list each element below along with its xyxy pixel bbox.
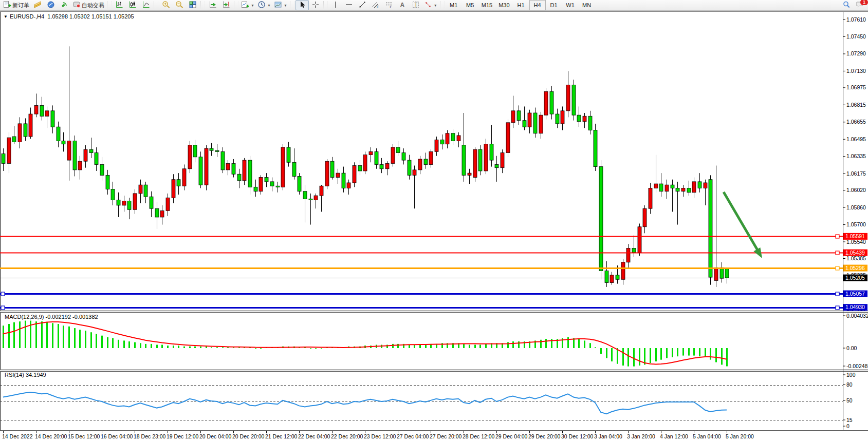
time-tick-label: 15 Dec 12:00: [68, 433, 100, 439]
text-button[interactable]: A: [396, 0, 409, 10]
time-tick-label: 14 Dec 20:00: [35, 433, 67, 439]
dropdown-arrow-icon[interactable]: ▼: [434, 4, 437, 7]
candle-body: [605, 271, 608, 283]
timeframe-mn[interactable]: MN: [579, 0, 595, 10]
toolbar-separator: [323, 2, 328, 9]
chart-shift-icon: [222, 1, 230, 10]
autotrading-button[interactable]: 自动交易: [71, 0, 106, 10]
chart-shift-button[interactable]: [219, 0, 233, 10]
price-tick-label: 1.06655: [846, 119, 866, 125]
candle-body: [539, 115, 543, 133]
timeframe-h4[interactable]: H4: [529, 0, 546, 10]
candle-body: [182, 169, 186, 186]
candle-body: [84, 149, 87, 161]
tile-windows-button[interactable]: [186, 0, 199, 10]
hline-handle[interactable]: [836, 306, 839, 310]
candle-body: [626, 248, 630, 262]
candle-body: [665, 185, 669, 191]
line-chart-icon: [142, 1, 150, 10]
time-tick-label: 22 Dec 04:00: [298, 433, 330, 439]
timeframe-h1[interactable]: H1: [513, 0, 529, 10]
time-tick-label: 29 Dec 04:00: [495, 433, 528, 439]
trendline-button[interactable]: [356, 0, 369, 10]
equidistant-channel-icon: E: [372, 1, 380, 10]
candle-body: [511, 111, 515, 123]
bar-chart-button[interactable]: [113, 0, 126, 10]
arrows-button[interactable]: ▼: [422, 0, 439, 10]
periods-button[interactable]: ▼: [256, 0, 272, 10]
one-click-trading-collapse-icon[interactable]: ▼: [4, 14, 8, 19]
dropdown-arrow-icon[interactable]: ▼: [267, 4, 271, 7]
candle-body: [303, 191, 307, 199]
zoom-out-button[interactable]: [173, 0, 186, 10]
text-label-button[interactable]: T: [409, 0, 422, 10]
candle-body: [309, 199, 312, 200]
hline-handle[interactable]: [836, 266, 839, 270]
time-tick-label: 19 Dec 12:00: [167, 433, 199, 439]
templates-button[interactable]: ▼: [272, 0, 289, 10]
timeframe-m1[interactable]: M1: [446, 0, 462, 10]
timeframe-m15[interactable]: M15: [478, 0, 495, 10]
auto-scroll-button[interactable]: [206, 0, 219, 10]
candlestick-chart-button[interactable]: [126, 0, 139, 10]
candle-body: [440, 140, 444, 144]
toolbar-separator: [154, 2, 158, 9]
timeframe-m5[interactable]: M5: [462, 0, 478, 10]
candle-body: [166, 198, 170, 210]
dropdown-arrow-icon[interactable]: ▼: [284, 4, 287, 7]
toolbar-separator: [440, 2, 445, 9]
candle-body: [501, 152, 504, 167]
fibonacci-button[interactable]: F: [382, 0, 396, 10]
zoom-in-button[interactable]: [159, 0, 173, 10]
price-line-label: 1.05057: [845, 291, 865, 297]
time-tick-label: 14 Dec 2022: [2, 433, 33, 439]
price-tick-label: 1.07450: [846, 33, 866, 40]
timeframe-d1[interactable]: D1: [546, 0, 562, 10]
chart-canvas[interactable]: 1.076101.074501.072901.071301.069751.068…: [0, 11, 868, 441]
signals-button[interactable]: [58, 0, 71, 10]
candle-body: [342, 173, 345, 188]
equidistant-channel-button[interactable]: E: [369, 0, 382, 10]
candle-body: [155, 208, 159, 217]
hline-handle[interactable]: [836, 292, 839, 296]
charts-profile-button[interactable]: [31, 0, 44, 10]
time-tick-label: 20 Dec 20:00: [232, 433, 265, 439]
candle-body: [561, 111, 564, 124]
hline-handle[interactable]: [836, 235, 839, 238]
candle-body: [402, 152, 405, 160]
dropdown-arrow-icon[interactable]: ▼: [251, 4, 254, 7]
autotrading-icon: [72, 1, 81, 10]
time-tick-label: 22 Dec 20:00: [331, 433, 363, 439]
timeframe-m30[interactable]: M30: [495, 0, 512, 10]
toolbar-separator: [107, 2, 112, 9]
rsi-axis-label: 80: [846, 381, 853, 388]
time-tick-label: 23 Dec 12:00: [364, 433, 396, 439]
horizontal-line-button[interactable]: [342, 0, 356, 10]
indicators-button[interactable]: ▼: [239, 0, 256, 10]
candle-body: [12, 137, 16, 142]
hline-handle[interactable]: [1, 306, 5, 310]
toolbar-separator: [290, 2, 294, 9]
candle-body: [380, 164, 383, 168]
candle-body: [709, 180, 712, 277]
line-chart-button[interactable]: [139, 0, 153, 10]
time-tick-label: 16 Dec 04:00: [101, 433, 133, 439]
hline-handle[interactable]: [1, 292, 5, 296]
periods-icon: [257, 1, 266, 10]
timeframe-w1[interactable]: W1: [562, 0, 579, 10]
candle-body: [188, 145, 192, 169]
chart-title: ▼EURUSD-,H4 1.05298 1.05302 1.05151 1.05…: [4, 13, 134, 20]
svg-text:E: E: [377, 5, 379, 9]
hline-handle[interactable]: [836, 251, 839, 255]
market-watch-button[interactable]: [44, 0, 58, 10]
vertical-line-button[interactable]: [329, 0, 342, 10]
candle-body: [347, 183, 350, 188]
candle-body: [704, 183, 707, 188]
candle-body: [298, 176, 301, 191]
new-order-button[interactable]: 新订单: [2, 0, 31, 10]
notifications-button[interactable]: 1: [853, 0, 866, 10]
candle-body: [643, 208, 647, 227]
cursor-button[interactable]: [296, 0, 309, 10]
search-button[interactable]: [840, 0, 853, 10]
crosshair-button[interactable]: [309, 0, 322, 10]
